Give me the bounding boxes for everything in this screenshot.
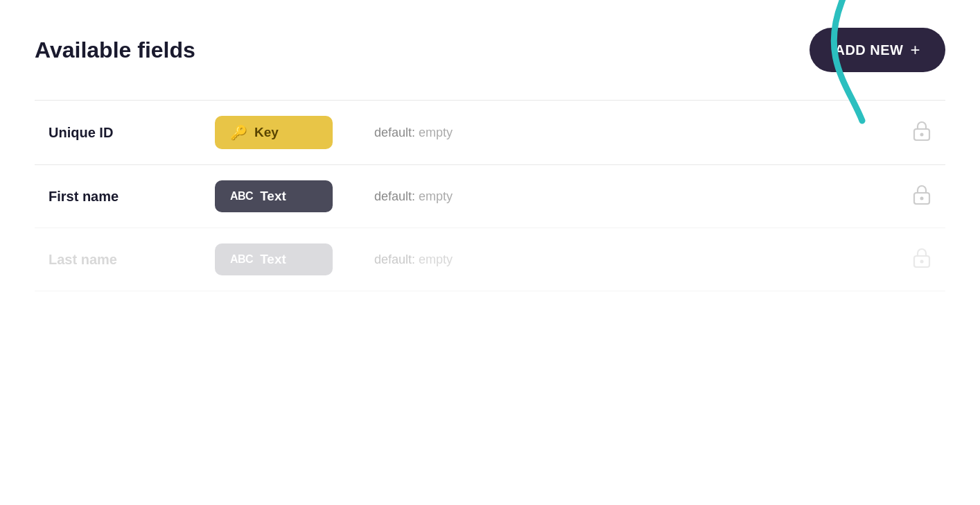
type-label-key: Key: [254, 125, 279, 140]
svg-point-4: [920, 196, 924, 200]
type-badge-text-first: ABC Text: [215, 180, 333, 212]
abc-icon-first: ABC: [230, 190, 253, 203]
field-row-last-name: Last name ABC Text default: empty: [35, 228, 945, 291]
plus-icon: +: [910, 40, 920, 60]
field-name-first-name: First name: [49, 189, 187, 205]
page-title: Available fields: [35, 37, 195, 63]
type-badge-text-last: ABC Text: [215, 243, 333, 275]
default-info-unique-id: default: empty: [374, 126, 884, 140]
type-label-text-last: Text: [260, 252, 286, 267]
lock-icon-first-name: [912, 183, 931, 210]
add-new-button[interactable]: ADD NEW +: [810, 28, 945, 72]
default-value-unique-id: empty: [419, 126, 453, 139]
field-row-first-name: First name ABC Text default: empty: [35, 164, 945, 228]
key-icon: 🔑: [230, 124, 247, 141]
fields-wrapper: Unique ID 🔑 Key default: empty First nam…: [35, 100, 945, 291]
type-badge-key: 🔑 Key: [215, 116, 333, 149]
default-info-last-name: default: empty: [374, 252, 884, 267]
svg-point-2: [920, 132, 924, 136]
default-value-last-name: empty: [419, 252, 453, 266]
field-name-unique-id: Unique ID: [49, 125, 187, 141]
default-label-first-name: default:: [374, 189, 419, 203]
fields-list: Unique ID 🔑 Key default: empty First nam…: [35, 100, 945, 291]
page-header: Available fields ADD NEW +: [35, 28, 945, 72]
svg-point-6: [920, 259, 924, 263]
default-label-unique-id: default:: [374, 126, 419, 139]
lock-icon-unique-id: [912, 119, 931, 146]
default-value-first-name: empty: [419, 189, 453, 203]
type-label-text-first: Text: [260, 189, 286, 204]
lock-icon-last-name: [912, 246, 931, 273]
field-row-unique-id: Unique ID 🔑 Key default: empty: [35, 100, 945, 164]
default-info-first-name: default: empty: [374, 189, 884, 204]
add-new-label: ADD NEW: [834, 42, 903, 58]
default-label-last-name: default:: [374, 252, 419, 266]
field-name-last-name: Last name: [49, 252, 187, 268]
abc-icon-last: ABC: [230, 253, 253, 266]
